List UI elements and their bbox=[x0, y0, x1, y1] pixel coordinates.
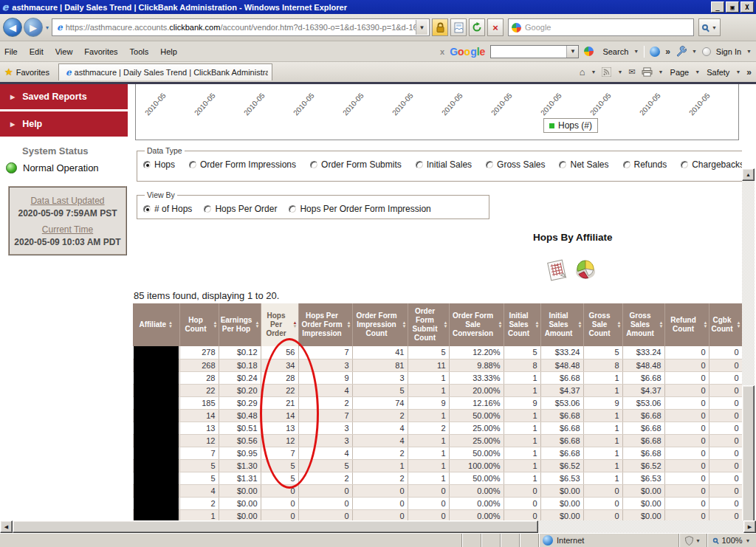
horizontal-scrollbar[interactable]: ◀ ▶ bbox=[0, 520, 756, 533]
forward-button[interactable]: ▶ bbox=[24, 18, 43, 37]
wrench-icon[interactable] bbox=[676, 46, 687, 57]
toolbar-search-input[interactable]: ▼ bbox=[490, 45, 579, 58]
column-header-order-form-sale-conversion[interactable]: Order Form Sale Conversion▲▼ bbox=[449, 303, 504, 346]
column-header-gross-sale-count[interactable]: Gross Sale Count▲▼ bbox=[583, 303, 622, 346]
view-by-option-hops-per-order[interactable]: Hops Per Order bbox=[204, 204, 277, 214]
toolbar-close-button[interactable]: x bbox=[440, 47, 444, 56]
data-type-option-initial-sales[interactable]: Initial Sales bbox=[416, 159, 472, 170]
data-type-option-hops[interactable]: Hops bbox=[143, 159, 175, 170]
radio-icon[interactable] bbox=[681, 161, 689, 169]
sort-arrows-icon[interactable]: ▲▼ bbox=[213, 321, 218, 328]
page-dropdown-icon[interactable]: ▼ bbox=[695, 69, 700, 75]
compatibility-view-icon[interactable] bbox=[450, 18, 467, 36]
restore-button[interactable]: ▣ bbox=[726, 1, 739, 13]
commandbar-overflow-icon[interactable]: » bbox=[746, 67, 752, 78]
radio-icon[interactable] bbox=[416, 161, 424, 169]
column-header-hop-count[interactable]: Hop Count▲▼ bbox=[179, 303, 219, 346]
column-header-refund-count[interactable]: Refund Count▲▼ bbox=[664, 303, 709, 346]
search-dropdown-icon[interactable]: ▼ bbox=[712, 25, 717, 30]
recent-pages-dropdown-icon[interactable]: ▾ bbox=[46, 24, 49, 31]
column-header-hops-per-order-form-impression[interactable]: Hops Per Order Form Impression▲▼ bbox=[298, 303, 352, 346]
radio-icon[interactable] bbox=[486, 161, 494, 169]
data-type-option-net-sales[interactable]: Net Sales bbox=[559, 159, 608, 170]
pie-chart-view-icon[interactable] bbox=[574, 258, 597, 282]
zoom-dropdown-icon[interactable]: ▼ bbox=[746, 538, 751, 543]
home-dropdown-icon[interactable]: ▼ bbox=[591, 69, 597, 75]
sort-arrows-icon[interactable]: ▲▼ bbox=[737, 321, 741, 328]
sort-arrows-icon[interactable]: ▲▼ bbox=[617, 321, 622, 328]
read-mail-icon[interactable]: ✉ bbox=[628, 67, 635, 77]
sort-arrows-icon[interactable]: ▲▼ bbox=[535, 321, 540, 328]
data-type-option-order-form-submits[interactable]: Order Form Submits bbox=[310, 159, 402, 170]
signin-dropdown-icon[interactable]: ▼ bbox=[746, 49, 752, 54]
spreadsheet-view-icon[interactable] bbox=[545, 258, 568, 282]
column-header-initial-sales-amount[interactable]: Initial Sales Amount▲▼ bbox=[540, 303, 583, 346]
toolbar-overflow-icon[interactable]: » bbox=[665, 47, 670, 57]
zoom-control[interactable]: 100% ▼ bbox=[707, 534, 756, 547]
toolbar-search-options-icon[interactable]: ▼ bbox=[633, 49, 639, 54]
toolbar-search-button[interactable]: Search bbox=[602, 47, 628, 56]
sort-arrows-icon[interactable]: ▲▼ bbox=[659, 321, 664, 328]
feeds-icon[interactable] bbox=[602, 67, 611, 77]
close-button[interactable]: X bbox=[740, 1, 754, 13]
column-header-order-form-impression-count[interactable]: Order Form Impression Count▲▼ bbox=[352, 303, 408, 346]
radio-icon[interactable] bbox=[189, 161, 197, 169]
sign-in-button[interactable]: Sign In bbox=[716, 47, 741, 56]
protected-mode-dropdown-icon[interactable]: ▼ bbox=[695, 538, 701, 543]
menu-favorites[interactable]: Favorites bbox=[84, 47, 117, 56]
scroll-up-icon[interactable]: ▲ bbox=[742, 168, 755, 181]
print-icon[interactable] bbox=[642, 67, 653, 77]
menu-view[interactable]: View bbox=[55, 47, 73, 56]
radio-icon[interactable] bbox=[289, 205, 297, 213]
sort-arrows-icon[interactable]: ▲▼ bbox=[255, 321, 260, 328]
back-button[interactable]: ◀ bbox=[3, 18, 22, 37]
data-type-option-gross-sales[interactable]: Gross Sales bbox=[486, 159, 545, 170]
radio-icon[interactable] bbox=[204, 205, 212, 213]
safety-menu[interactable]: Safety bbox=[707, 68, 729, 77]
data-type-option-refunds[interactable]: Refunds bbox=[623, 159, 667, 170]
page-menu[interactable]: Page bbox=[670, 68, 690, 77]
current-time-link[interactable]: Current Time bbox=[13, 224, 123, 235]
column-header-gross-sales-amount[interactable]: Gross Sales Amount▲▼ bbox=[622, 303, 664, 346]
stop-icon[interactable]: × bbox=[487, 18, 504, 36]
sort-arrows-icon[interactable]: ▲▼ bbox=[704, 321, 708, 328]
radio-icon[interactable] bbox=[310, 161, 318, 169]
scroll-right-icon[interactable]: ▶ bbox=[743, 520, 756, 533]
radio-icon[interactable] bbox=[559, 161, 567, 169]
favorites-star-icon[interactable]: ★ bbox=[4, 66, 13, 78]
menu-edit[interactable]: Edit bbox=[30, 47, 44, 56]
menu-help[interactable]: Help bbox=[160, 47, 177, 56]
minimize-button[interactable]: _ bbox=[711, 1, 724, 13]
column-header-initial-sales-count[interactable]: Initial Sales Count▲▼ bbox=[504, 303, 540, 346]
search-input[interactable]: Google bbox=[508, 18, 694, 36]
sidebar-item-saved-reports[interactable]: ▶Saved Reports bbox=[0, 84, 128, 109]
sort-arrows-icon[interactable]: ▲▼ bbox=[293, 321, 298, 328]
sort-arrows-icon[interactable]: ▲▼ bbox=[168, 321, 173, 328]
sort-arrows-icon[interactable]: ▲▼ bbox=[578, 321, 583, 328]
wrench-dropdown-icon[interactable]: ▼ bbox=[692, 49, 697, 54]
sort-arrows-icon[interactable]: ▲▼ bbox=[347, 321, 351, 328]
url-field[interactable]: e https://asthmacure.accounts.clickbank.… bbox=[52, 18, 430, 36]
data-type-option-chargebacks[interactable]: Chargebacks bbox=[681, 159, 742, 170]
sidebar-item-help[interactable]: ▶Help bbox=[0, 111, 128, 137]
search-button[interactable]: ▼ bbox=[698, 18, 721, 36]
data-type-option-order-form-impressions[interactable]: Order Form Impressions bbox=[189, 159, 296, 170]
globe-icon[interactable] bbox=[650, 47, 660, 57]
sort-arrows-icon[interactable]: ▲▼ bbox=[402, 321, 407, 328]
vertical-scroll-thumb[interactable] bbox=[742, 385, 755, 520]
column-header-order-form-submit-count[interactable]: Order Form Submit Count▲▼ bbox=[408, 303, 449, 346]
vertical-scrollbar[interactable]: ▲ ▼ bbox=[742, 168, 755, 520]
refresh-icon[interactable] bbox=[469, 18, 485, 36]
scroll-left-icon[interactable]: ◀ bbox=[0, 520, 13, 533]
radio-icon[interactable] bbox=[143, 205, 151, 213]
column-header-cgbk-count[interactable]: Cgbk Count▲▼ bbox=[709, 303, 742, 346]
view-by-option-of-hops[interactable]: # of Hops bbox=[143, 204, 192, 214]
print-dropdown-icon[interactable]: ▼ bbox=[659, 69, 664, 75]
safety-dropdown-icon[interactable]: ▼ bbox=[735, 69, 740, 75]
toolbar-search-dropdown-icon[interactable]: ▼ bbox=[566, 46, 578, 58]
view-by-option-hops-per-order-form-impression[interactable]: Hops Per Order Form Impression bbox=[289, 204, 430, 214]
home-icon[interactable]: ⌂ bbox=[580, 66, 585, 78]
sort-arrows-icon[interactable]: ▲▼ bbox=[444, 321, 448, 328]
data-last-updated-link[interactable]: Data Last Updated bbox=[13, 196, 123, 206]
favorites-button[interactable]: Favorites bbox=[16, 68, 49, 77]
